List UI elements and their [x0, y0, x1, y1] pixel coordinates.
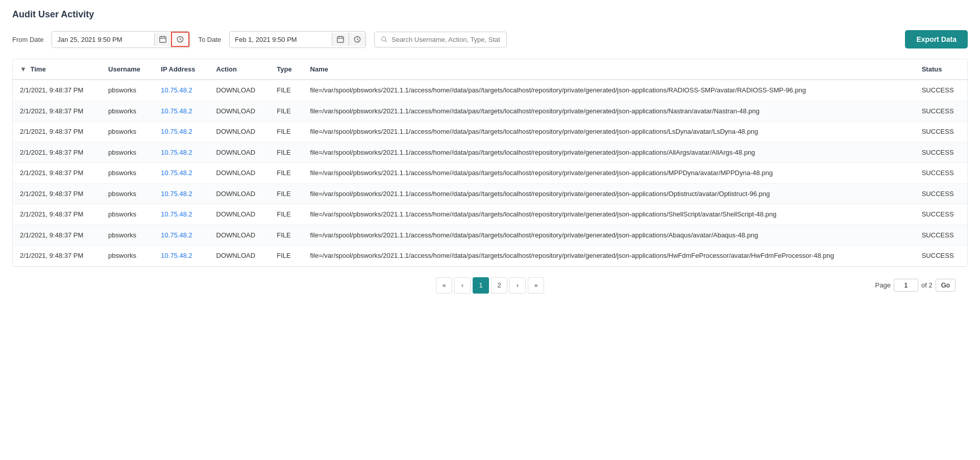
- table-row: 2/1/2021, 9:48:37 PMpbsworks10.75.48.2DO…: [13, 204, 967, 225]
- action-cell: DOWNLOAD: [209, 122, 270, 142]
- time-cell: 2/1/2021, 9:48:37 PM: [13, 101, 101, 122]
- from-date-calendar-btn[interactable]: [154, 33, 171, 46]
- of-label: of 2: [921, 281, 933, 289]
- status-cell: SUCCESS: [915, 101, 967, 122]
- type-cell: FILE: [270, 183, 303, 204]
- username-cell: pbsworks: [101, 183, 154, 204]
- type-cell: FILE: [270, 80, 303, 101]
- ip_address-cell[interactable]: 10.75.48.2: [154, 183, 209, 204]
- first-page-button[interactable]: «: [436, 277, 452, 294]
- to-date-label: To Date: [198, 36, 221, 43]
- ip_address-cell[interactable]: 10.75.48.2: [154, 122, 209, 142]
- action-cell: DOWNLOAD: [209, 80, 270, 101]
- username-cell: pbsworks: [101, 225, 154, 246]
- to-date-input-group: [229, 31, 366, 48]
- data-table-wrapper: ▼ Time Username IP Address Action Type: [12, 59, 968, 267]
- username-cell: pbsworks: [101, 122, 154, 142]
- from-date-input[interactable]: [52, 32, 154, 47]
- time-cell: 2/1/2021, 9:48:37 PM: [13, 80, 101, 101]
- svg-rect-6: [341, 36, 342, 38]
- calendar-icon: [159, 36, 166, 43]
- page-go-area: Page of 2 Go: [875, 279, 955, 292]
- to-date-calendar-btn[interactable]: [332, 33, 349, 46]
- status-cell: SUCCESS: [915, 183, 967, 204]
- username-cell: pbsworks: [101, 80, 154, 101]
- action-cell: DOWNLOAD: [209, 163, 270, 184]
- page-2-button[interactable]: 2: [491, 277, 507, 294]
- col-username: Username: [101, 59, 154, 80]
- svg-rect-5: [339, 36, 340, 38]
- page-number-input[interactable]: [894, 279, 918, 292]
- last-page-button[interactable]: »: [528, 277, 544, 294]
- toolbar: From Date To Date: [12, 30, 968, 49]
- audit-table: ▼ Time Username IP Address Action Type: [13, 59, 967, 267]
- ip_address-cell[interactable]: 10.75.48.2: [154, 163, 209, 184]
- time-cell: 2/1/2021, 9:48:37 PM: [13, 163, 101, 184]
- search-input[interactable]: [391, 36, 500, 43]
- export-button[interactable]: Export Data: [905, 30, 968, 49]
- to-date-input[interactable]: [230, 32, 332, 47]
- name-cell: file=/var/spool/pbsworks/2021.1.1/access…: [303, 163, 915, 184]
- clock-icon: [177, 36, 184, 43]
- from-date-label: From Date: [12, 36, 43, 43]
- name-cell: file=/var/spool/pbsworks/2021.1.1/access…: [303, 246, 915, 267]
- name-cell: file=/var/spool/pbsworks/2021.1.1/access…: [303, 204, 915, 225]
- name-cell: file=/var/spool/pbsworks/2021.1.1/access…: [303, 142, 915, 163]
- ip_address-cell[interactable]: 10.75.48.2: [154, 204, 209, 225]
- username-cell: pbsworks: [101, 142, 154, 163]
- col-type: Type: [270, 59, 303, 80]
- time-cell: 2/1/2021, 9:48:37 PM: [13, 183, 101, 204]
- status-cell: SUCCESS: [915, 122, 967, 142]
- table-row: 2/1/2021, 9:48:37 PMpbsworks10.75.48.2DO…: [13, 142, 967, 163]
- status-cell: SUCCESS: [915, 204, 967, 225]
- ip_address-cell[interactable]: 10.75.48.2: [154, 80, 209, 101]
- from-date-time-btn[interactable]: [171, 32, 189, 47]
- time-cell: 2/1/2021, 9:48:37 PM: [13, 225, 101, 246]
- username-cell: pbsworks: [101, 204, 154, 225]
- table-header-row: ▼ Time Username IP Address Action Type: [13, 59, 967, 80]
- type-cell: FILE: [270, 101, 303, 122]
- status-cell: SUCCESS: [915, 142, 967, 163]
- go-button[interactable]: Go: [936, 279, 955, 292]
- username-cell: pbsworks: [101, 163, 154, 184]
- ip_address-cell[interactable]: 10.75.48.2: [154, 101, 209, 122]
- clock-icon: [354, 36, 361, 43]
- action-cell: DOWNLOAD: [209, 204, 270, 225]
- status-cell: SUCCESS: [915, 163, 967, 184]
- table-row: 2/1/2021, 9:48:37 PMpbsworks10.75.48.2DO…: [13, 246, 967, 267]
- ip_address-cell[interactable]: 10.75.48.2: [154, 142, 209, 163]
- svg-rect-4: [337, 37, 344, 42]
- type-cell: FILE: [270, 204, 303, 225]
- page-wrapper: Audit User Activity From Date To Date: [0, 0, 980, 460]
- table-row: 2/1/2021, 9:48:37 PMpbsworks10.75.48.2DO…: [13, 101, 967, 122]
- page-label: Page: [875, 281, 891, 289]
- type-cell: FILE: [270, 142, 303, 163]
- pagination: « ‹ 1 2 › »: [436, 277, 544, 294]
- table-row: 2/1/2021, 9:48:37 PMpbsworks10.75.48.2DO…: [13, 122, 967, 142]
- status-cell: SUCCESS: [915, 80, 967, 101]
- page-1-button[interactable]: 1: [473, 277, 489, 294]
- prev-page-button[interactable]: ‹: [454, 277, 471, 294]
- calendar-icon: [337, 36, 344, 43]
- name-cell: file=/var/spool/pbsworks/2021.1.1/access…: [303, 225, 915, 246]
- ip_address-cell[interactable]: 10.75.48.2: [154, 225, 209, 246]
- col-name: Name: [303, 59, 915, 80]
- to-date-time-btn[interactable]: [349, 33, 365, 46]
- name-cell: file=/var/spool/pbsworks/2021.1.1/access…: [303, 183, 915, 204]
- type-cell: FILE: [270, 122, 303, 142]
- time-cell: 2/1/2021, 9:48:37 PM: [13, 246, 101, 267]
- next-page-button[interactable]: ›: [509, 277, 526, 294]
- col-action: Action: [209, 59, 270, 80]
- type-cell: FILE: [270, 246, 303, 267]
- search-input-group: [374, 32, 507, 47]
- svg-rect-0: [160, 37, 166, 42]
- ip_address-cell[interactable]: 10.75.48.2: [154, 246, 209, 267]
- col-time[interactable]: ▼ Time: [13, 59, 101, 80]
- sort-arrow-icon: ▼: [20, 65, 27, 73]
- type-cell: FILE: [270, 225, 303, 246]
- action-cell: DOWNLOAD: [209, 101, 270, 122]
- table-row: 2/1/2021, 9:48:37 PMpbsworks10.75.48.2DO…: [13, 225, 967, 246]
- time-cell: 2/1/2021, 9:48:37 PM: [13, 142, 101, 163]
- action-cell: DOWNLOAD: [209, 183, 270, 204]
- action-cell: DOWNLOAD: [209, 246, 270, 267]
